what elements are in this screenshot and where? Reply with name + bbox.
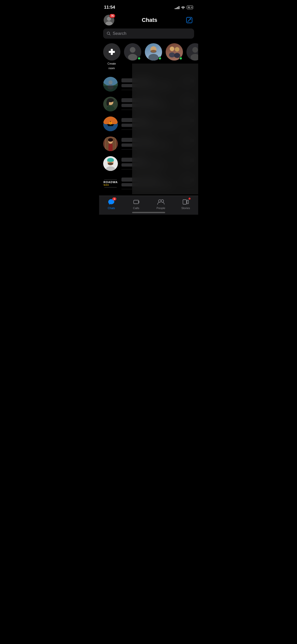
online-indicator-1 (137, 57, 141, 60)
chats-badge: 1 (112, 197, 116, 200)
nav-calls[interactable]: Calls (127, 198, 145, 210)
story-avatar-wrap-4[interactable] (186, 43, 198, 61)
svg-point-14 (150, 50, 157, 53)
chat-avatar-3 (103, 116, 118, 131)
svg-point-9 (130, 47, 135, 53)
svg-point-18 (175, 47, 179, 52)
calls-icon-wrap (132, 198, 140, 206)
header: 76 Chats (99, 13, 198, 28)
stories-badge (188, 197, 191, 200)
status-time: 11:54 (104, 5, 115, 10)
profile-avatar-wrap[interactable]: 76 (104, 15, 114, 25)
svg-line-5 (109, 34, 110, 35)
chats-icon-wrap: 1 (107, 198, 115, 206)
search-icon (107, 32, 111, 36)
story-avatar-wrap-1[interactable] (124, 43, 141, 61)
profile-badge: 76 (109, 14, 115, 18)
calls-label: Calls (133, 207, 139, 210)
home-indicator (132, 212, 165, 213)
svg-point-10 (128, 54, 137, 61)
stories-label: Stories (181, 207, 190, 210)
create-room-button[interactable] (103, 43, 120, 61)
privacy-blur-overlay (132, 64, 198, 194)
people-label: People (157, 207, 165, 210)
status-icons: 51 (175, 6, 193, 9)
svg-point-46 (108, 138, 113, 142)
nav-chats[interactable]: 1 Chats (102, 198, 120, 210)
svg-rect-7 (109, 51, 115, 53)
people-icon-wrap (157, 198, 165, 206)
status-bar: 11:54 51 (99, 0, 198, 13)
chat-avatar-4 (103, 136, 118, 151)
signal-icon (175, 6, 179, 9)
create-room-item[interactable]: Create room (103, 43, 120, 70)
svg-rect-58 (183, 200, 186, 204)
battery-icon: 51 (187, 6, 193, 9)
svg-point-21 (192, 47, 198, 53)
search-placeholder: Search (113, 31, 127, 36)
svg-point-29 (107, 84, 114, 90)
chats-label: Chats (108, 207, 115, 210)
online-indicator-3 (179, 57, 182, 60)
stories-icon-wrap (182, 198, 190, 206)
online-indicator-2 (158, 57, 162, 60)
create-room-label-2: room (108, 67, 115, 70)
svg-rect-45 (108, 144, 113, 151)
svg-rect-59 (187, 200, 189, 204)
create-room-label: Create (107, 62, 116, 65)
svg-point-19 (174, 53, 180, 58)
chat-avatar-broadway: BROADWAY PIZZA (103, 176, 118, 191)
story-avatar-wrap-2[interactable] (145, 43, 162, 61)
svg-point-13 (148, 54, 159, 61)
page-title: Chats (142, 17, 157, 23)
svg-point-57 (161, 200, 164, 202)
svg-point-40 (109, 122, 112, 125)
story-avatar-wrap-3[interactable] (166, 43, 183, 61)
broadway-logo: BROADWAY PIZZA (103, 180, 118, 187)
chat-avatar-1 (103, 77, 118, 92)
chat-avatar-2 (103, 97, 118, 111)
compose-button[interactable] (185, 16, 194, 24)
wifi-icon (181, 6, 185, 9)
svg-point-28 (108, 80, 113, 84)
svg-marker-55 (138, 201, 139, 203)
nav-stories[interactable]: Stories (177, 198, 195, 210)
svg-point-16 (170, 47, 174, 51)
svg-point-34 (106, 100, 109, 106)
chat-avatar-5 (103, 156, 118, 171)
svg-rect-52 (107, 160, 114, 161)
nav-people[interactable]: People (152, 198, 170, 210)
svg-point-56 (159, 200, 161, 202)
svg-point-50 (108, 163, 113, 165)
search-bar[interactable]: Search (103, 28, 194, 39)
